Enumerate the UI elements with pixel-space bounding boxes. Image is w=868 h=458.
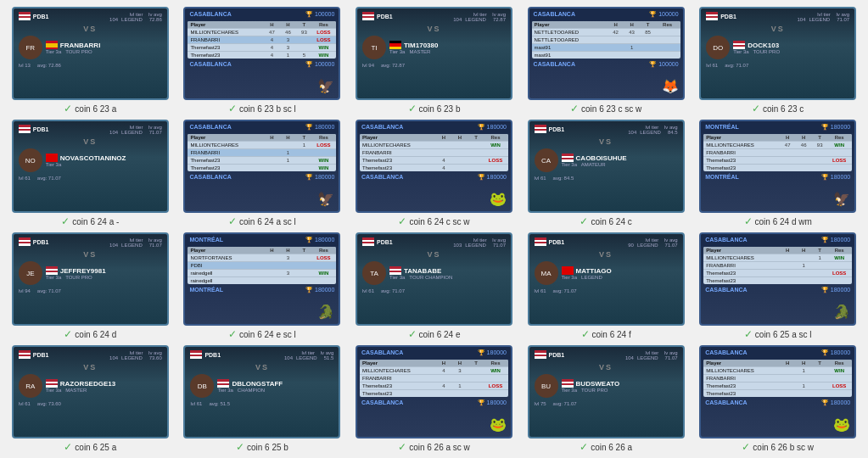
check-icon: ✓ [570,103,579,114]
card-label: ✓ coin 6 26 a [580,441,632,453]
check-icon: ✓ [408,328,417,340]
card-wrapper: MONTRÉAL 🏆 180000 Player H H T Res MILLI… [694,120,861,227]
card-wrapper: PDB1 lvl tier lv avg 104LEGEND71.07 VS N… [7,120,174,227]
card-label: ✓ coin 6 24 c [580,215,631,227]
card-label: ✓ coin 6 26 a sc w [398,441,470,453]
check-icon: ✓ [752,103,760,114]
card-label: ✓ coin 6 24 a sc l [228,215,296,227]
card-label: ✓ coin 6 26 b sc w [742,441,814,453]
card-label: ✓ coin 6 23 a [64,103,116,114]
check-icon: ✓ [236,441,244,453]
scoreboard-card[interactable]: CASABLANCA 🏆 180000 Player H H T Res MIL… [699,232,856,326]
card-wrapper: CASABLANCA 🏆 180000 Player H H T Res MIL… [694,232,861,340]
card-wrapper: MONTRÉAL 🏆 180000 Player H H T Res NORTF… [179,232,346,340]
card-label: ✓ coin 6 23 b sc l [228,103,296,114]
card-label: ✓ coin 6 23 c [752,103,804,114]
card-label: ✓ coin 6 24 e sc l [228,328,296,340]
check-icon: ✓ [64,441,72,453]
card-label: ✓ coin 6 25 b [236,441,288,453]
vs-card[interactable]: PDB1 lvl tier lv avg 104LEGEND72.86 VS F… [12,7,169,100]
card-wrapper: CASABLANCA 🏆 180000 Player H H T Res MIL… [350,345,518,453]
check-icon: ✓ [744,215,753,227]
card-wrapper: PDB1 lvl tier lv avg 90LEGEND71.07 VS MA… [523,232,690,340]
card-wrapper: PDB1 lvl tier lv avg 104LEGEND72.86 VS F… [7,7,174,114]
scoreboard-card[interactable]: CASABLANCA 🏆 100000 Player H H T Res MIL… [183,7,340,100]
card-grid: PDB1 lvl tier lv avg 104LEGEND72.86 VS F… [0,0,868,458]
vs-card[interactable]: PDB1 lvl tier lv avg 104LEGEND71.07 VS B… [528,345,685,438]
card-label: ✓ coin 6 23 b [408,103,461,114]
vs-card[interactable]: PDB1 lvl tier lv avg 103LEGEND71.07 VS T… [356,232,512,326]
vs-card[interactable]: PDB1 lvl tier lv avg 104LEGEND71.07 VS J… [12,232,169,326]
check-icon: ✓ [228,328,237,340]
vs-card[interactable]: PDB1 lvl tier lv avg 90LEGEND71.07 VS MA… [528,232,685,326]
card-wrapper: CASABLANCA 🏆 180000 Player H H T Res MIL… [694,345,861,453]
scoreboard-card[interactable]: MONTRÉAL 🏆 180000 Player H H T Res NORTF… [183,232,340,326]
card-label: ✓ coin 6 24 d [64,328,116,340]
card-label: ✓ coin 6 24 f [581,328,631,340]
card-wrapper: PDB1 lvl tier lv avg 104LEGEND71.07 VS D… [694,7,861,114]
scoreboard-card[interactable]: CASABLANCA 🏆 100000 Player H H T Res NET… [528,7,685,100]
card-label: ✓ coin 6 24 c sc w [398,215,469,227]
check-icon: ✓ [398,215,406,227]
check-icon: ✓ [64,328,72,340]
card-wrapper: CASABLANCA 🏆 100000 Player H H T Res NET… [523,7,690,114]
vs-card[interactable]: PDB1 lvl tier lv avg 104LEGEND72.87 VS T… [356,7,512,100]
card-wrapper: CASABLANCA 🏆 100000 Player H H T Res MIL… [179,7,346,114]
check-icon: ✓ [580,441,588,453]
card-wrapper: PDB1 lvl tier lv avg 103LEGEND71.07 VS T… [350,232,518,340]
check-icon: ✓ [581,328,590,340]
check-icon: ✓ [408,103,417,114]
card-wrapper: PDB1 lvl tier lv avg 104LEGEND71.07 VS J… [7,232,174,340]
vs-card[interactable]: PDB1 lvl tier lv avg 104LEGEND73.60 VS R… [12,345,169,438]
check-icon: ✓ [228,103,237,114]
card-wrapper: CASABLANCA 🏆 180000 Player H H T Res MIL… [179,120,346,227]
check-icon: ✓ [64,103,72,114]
vs-card[interactable]: PDB1 lvl tier lv avg 104LEGEND71.07 VS D… [699,7,856,100]
card-wrapper: PDB1 lvl tier lv avg 104LEGEND51.5 VS DB… [179,345,346,453]
check-icon: ✓ [398,441,406,453]
card-label: ✓ coin 6 24 d wm [744,215,812,227]
card-wrapper: PDB1 lvl tier lv avg 104LEGEND84.5 VS CA… [523,120,690,227]
check-icon: ✓ [744,328,753,340]
scoreboard-card[interactable]: MONTRÉAL 🏆 180000 Player H H T Res MILLI… [699,120,856,213]
vs-card[interactable]: PDB1 lvl tier lv avg 104LEGEND71.07 VS N… [12,120,169,213]
card-label: ✓ coin 6 23 c sc w [570,103,641,114]
scoreboard-card[interactable]: CASABLANCA 🏆 180000 Player H H T Res MIL… [356,120,512,213]
card-label: ✓ coin 6 25 a [64,441,116,453]
card-label: ✓ coin 6 24 e [408,328,461,340]
scoreboard-card[interactable]: CASABLANCA 🏆 180000 Player H H T Res MIL… [699,345,856,438]
card-wrapper: PDB1 lvl tier lv avg 104LEGEND71.07 VS B… [523,345,690,453]
vs-card[interactable]: PDB1 lvl tier lv avg 104LEGEND84.5 VS CA… [528,120,685,213]
card-wrapper: CASABLANCA 🏆 180000 Player H H T Res MIL… [350,120,518,227]
card-label: ✓ coin 6 24 a - [61,215,119,227]
card-wrapper: PDB1 lvl tier lv avg 104LEGEND72.87 VS T… [350,7,518,114]
vs-card[interactable]: PDB1 lvl tier lv avg 104LEGEND51.5 VS DB… [183,345,340,438]
check-icon: ✓ [742,441,750,453]
check-icon: ✓ [61,215,70,227]
check-icon: ✓ [580,215,588,227]
scoreboard-card[interactable]: CASABLANCA 🏆 180000 Player H H T Res MIL… [183,120,340,213]
card-label: ✓ coin 6 25 a sc l [744,328,812,340]
card-wrapper: PDB1 lvl tier lv avg 104LEGEND73.60 VS R… [7,345,174,453]
scoreboard-card[interactable]: CASABLANCA 🏆 180000 Player H H T Res MIL… [356,345,512,438]
check-icon: ✓ [228,215,237,227]
